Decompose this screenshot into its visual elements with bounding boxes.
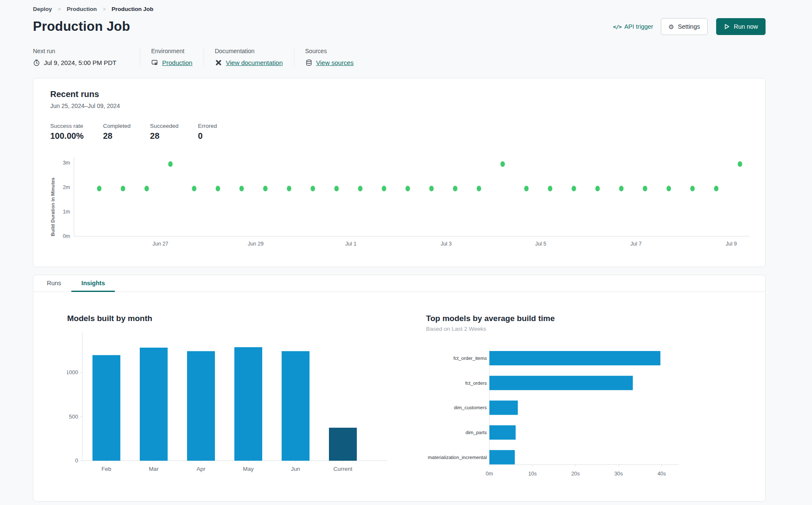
meta-label: Documentation [215, 48, 283, 54]
settings-label: Settings [678, 23, 700, 30]
next-run-value: Jul 9, 2024, 5:00 PM PDT [44, 59, 117, 66]
meta-environment: Environment Production [151, 48, 204, 66]
stat-label: Success rate [50, 123, 84, 129]
stat-completed: Completed 28 [103, 123, 130, 141]
svg-text:10s: 10s [528, 471, 537, 477]
meta-documentation: Documentation View documentation [215, 48, 294, 66]
gear-icon: ⚙ [668, 24, 674, 30]
recent-runs-stats: Success rate 100.00% Completed 28 Succee… [50, 123, 748, 141]
svg-text:Jul 9: Jul 9 [726, 241, 737, 247]
insights-panel: Models built by month 05001000FebMarAprM… [33, 292, 765, 487]
build-time-subtitle: Based on Last 2 Weeks [426, 326, 701, 332]
svg-text:0: 0 [75, 457, 78, 464]
environment-icon [151, 59, 158, 66]
recent-runs-title: Recent runs [50, 89, 748, 99]
models-built-title: Models built by month [67, 314, 426, 323]
stat-errored: Errored 0 [198, 123, 217, 141]
database-icon [305, 59, 312, 66]
header-actions: </> API trigger ⚙ Settings Run now [613, 18, 766, 35]
meta-next-run: Next run Jul 9, 2024, 5:00 PM PDT [33, 48, 140, 66]
svg-text:0m: 0m [63, 233, 70, 239]
breadcrumb-separator-icon: > [58, 6, 61, 12]
breadcrumb: Deploy > Production > Production Job [33, 6, 766, 12]
tab-bar: Runs Insights [33, 275, 765, 292]
svg-text:dim_customers: dim_customers [454, 405, 487, 410]
breadcrumb-separator-icon: > [103, 6, 106, 12]
run-now-label: Run now [734, 23, 758, 30]
svg-text:Mar: Mar [149, 466, 159, 472]
svg-text:May: May [243, 466, 254, 472]
models-built-chart: Models built by month 05001000FebMarAprM… [67, 314, 426, 487]
stat-label: Errored [198, 123, 217, 129]
stat-value: 100.00% [50, 131, 84, 141]
models-built-plot[interactable]: 05001000FebMarAprMayJunCurrent [67, 326, 426, 480]
build-time-title: Top models by average build time [426, 314, 701, 323]
build-time-chart: Top models by average build time Based o… [426, 314, 701, 487]
settings-button[interactable]: ⚙ Settings [661, 18, 708, 35]
code-icon: </> [613, 24, 622, 30]
svg-text:1m: 1m [63, 209, 70, 215]
build-duration-axis-label: Build Duration in Minutes [50, 149, 55, 252]
breadcrumb-current: Production Job [111, 6, 153, 12]
svg-text:40s: 40s [657, 471, 666, 477]
svg-text:Apr: Apr [196, 466, 206, 472]
svg-text:fct_orders: fct_orders [465, 381, 487, 386]
play-icon [724, 23, 730, 30]
svg-text:0m: 0m [486, 471, 493, 477]
meta-label: Next run [33, 48, 129, 54]
svg-text:Jul 5: Jul 5 [535, 241, 546, 247]
stat-label: Completed [103, 123, 130, 129]
dbt-docs-icon [215, 59, 222, 66]
svg-text:30s: 30s [614, 471, 623, 477]
job-meta-row: Next run Jul 9, 2024, 5:00 PM PDT Enviro… [33, 48, 766, 66]
build-duration-plot[interactable]: 0m1m2m3mJun 27Jun 29Jul 1Jul 3Jul 5Jul 7… [55, 149, 752, 252]
breadcrumb-deploy[interactable]: Deploy [33, 6, 52, 12]
svg-text:Jul 3: Jul 3 [440, 241, 451, 247]
view-documentation-link[interactable]: View documentation [226, 59, 283, 66]
svg-text:Jun: Jun [291, 466, 300, 472]
recent-runs-date-range: Jun 25, 2024–Jul 09, 2024 [50, 103, 748, 109]
svg-text:dim_parts: dim_parts [466, 430, 487, 435]
meta-sources: Sources View sources [305, 48, 365, 66]
svg-text:Jul 7: Jul 7 [630, 241, 641, 247]
svg-text:Jun 27: Jun 27 [152, 241, 168, 247]
production-job-page: Deploy > Production > Production Job Pro… [0, 0, 766, 502]
page-header: Production Job </> API trigger ⚙ Setting… [33, 18, 766, 35]
svg-text:Current: Current [333, 466, 352, 472]
stat-label: Succeeded [150, 123, 179, 129]
svg-text:500: 500 [69, 413, 78, 420]
svg-text:materialization_incremental: materialization_incremental [428, 455, 487, 460]
svg-text:1000: 1000 [67, 369, 78, 375]
page-title: Production Job [33, 19, 130, 34]
build-time-plot[interactable]: fct_order_itemsfct_ordersdim_customersdi… [426, 344, 701, 487]
build-duration-chart[interactable]: Build Duration in Minutes 0m1m2m3mJun 27… [50, 149, 748, 252]
stat-value: 28 [103, 131, 130, 141]
breadcrumb-production[interactable]: Production [67, 6, 97, 12]
run-now-button[interactable]: Run now [716, 18, 766, 35]
svg-text:fct_order_items: fct_order_items [454, 356, 487, 361]
api-trigger-label: API trigger [624, 23, 653, 30]
svg-text:Jul 1: Jul 1 [345, 241, 356, 247]
stat-value: 28 [150, 131, 179, 141]
svg-text:3m: 3m [63, 160, 70, 166]
build-time-svg: fct_order_itemsfct_ordersdim_customersdi… [426, 344, 701, 485]
tab-insights[interactable]: Insights [71, 275, 115, 292]
svg-text:20s: 20s [571, 471, 580, 477]
job-detail-tabs-card: Runs Insights Models built by month 0500… [33, 275, 766, 502]
api-trigger-link[interactable]: </> API trigger [613, 23, 653, 30]
stat-succeeded: Succeeded 28 [150, 123, 179, 141]
svg-text:Feb: Feb [101, 466, 111, 472]
view-sources-link[interactable]: View sources [316, 59, 354, 66]
svg-text:Jun 29: Jun 29 [248, 241, 264, 247]
build-duration-svg: 0m1m2m3mJun 27Jun 29Jul 1Jul 3Jul 5Jul 7… [55, 149, 752, 251]
svg-text:2m: 2m [63, 184, 70, 190]
tab-runs[interactable]: Runs [37, 275, 71, 292]
stat-value: 0 [198, 131, 217, 141]
meta-label: Environment [151, 48, 193, 54]
models-built-svg: 05001000FebMarAprMayJunCurrent [67, 326, 405, 478]
meta-label: Sources [305, 48, 354, 54]
clock-icon [33, 59, 40, 66]
recent-runs-card: Recent runs Jun 25, 2024–Jul 09, 2024 Su… [33, 78, 766, 267]
environment-link[interactable]: Production [162, 59, 193, 66]
stat-success-rate: Success rate 100.00% [50, 123, 84, 141]
